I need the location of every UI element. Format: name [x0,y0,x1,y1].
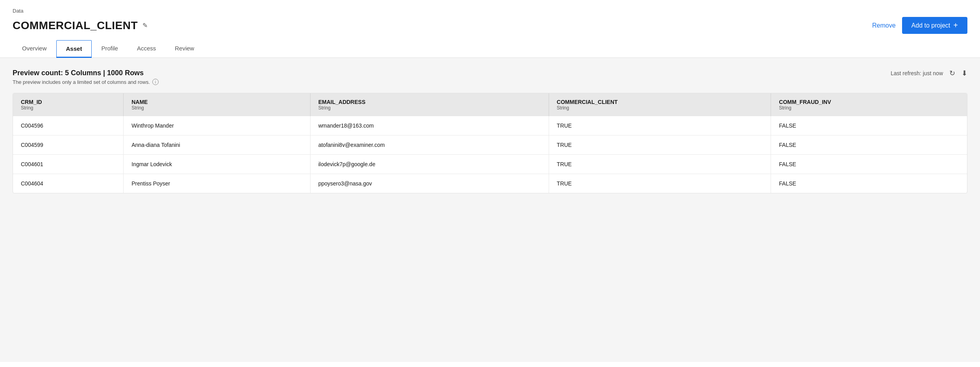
cell-email: atofanini8v@examiner.com [310,135,549,155]
preview-info: Preview count: 5 Columns | 1000 Rows The… [13,69,159,85]
page-title: COMMERCIAL_CLIENT [13,19,138,32]
cell-comm-fraud-inv: FALSE [771,155,967,174]
data-table-container: CRM_ID String NAME String EMAIL_ADDRESS … [13,93,967,193]
table-header-row: CRM_ID String NAME String EMAIL_ADDRESS … [13,93,967,116]
cell-email: ilodevick7p@google.de [310,155,549,174]
last-refresh-label: Last refresh: just now [891,70,943,76]
title-left: COMMERCIAL_CLIENT ✎ [13,19,148,32]
cell-crm-id: C004596 [13,116,124,135]
table-row: C004596 Winthrop Mander wmander18@163.co… [13,116,967,135]
cell-comm-fraud-inv: FALSE [771,174,967,193]
cell-name: Ingmar Lodevick [124,155,310,174]
table-row: C004599 Anna-diana Tofanini atofanini8v@… [13,135,967,155]
title-actions: Remove Add to project + [872,17,967,34]
main-content: Preview count: 5 Columns | 1000 Rows The… [0,58,980,362]
col-header-commercial-client: COMMERCIAL_CLIENT String [549,93,771,116]
add-plus-icon: + [953,21,958,30]
cell-email: ppoysero3@nasa.gov [310,174,549,193]
cell-commercial-client: TRUE [549,155,771,174]
preview-header: Preview count: 5 Columns | 1000 Rows The… [13,69,967,85]
remove-button[interactable]: Remove [872,22,896,29]
preview-count: Preview count: 5 Columns | 1000 Rows [13,69,159,77]
refresh-icon[interactable]: ↻ [949,69,955,78]
cell-name: Prentiss Poyser [124,174,310,193]
cell-email: wmander18@163.com [310,116,549,135]
col-header-comm-fraud-inv: COMM_FRAUD_INV String [771,93,967,116]
col-header-name: NAME String [124,93,310,116]
tab-review[interactable]: Review [165,40,203,58]
add-to-project-button[interactable]: Add to project + [902,17,967,34]
table-row: C004604 Prentiss Poyser ppoysero3@nasa.g… [13,174,967,193]
tab-asset[interactable]: Asset [56,40,92,58]
cell-name: Winthrop Mander [124,116,310,135]
cell-crm-id: C004601 [13,155,124,174]
download-icon[interactable]: ⬇ [962,69,967,78]
tab-access[interactable]: Access [128,40,165,58]
edit-icon[interactable]: ✎ [142,22,148,29]
col-header-crm-id: CRM_ID String [13,93,124,116]
preview-actions: Last refresh: just now ↻ ⬇ [891,69,967,78]
cell-comm-fraud-inv: FALSE [771,135,967,155]
cell-commercial-client: TRUE [549,135,771,155]
cell-comm-fraud-inv: FALSE [771,116,967,135]
tab-profile[interactable]: Profile [92,40,128,58]
cell-crm-id: C004599 [13,135,124,155]
col-header-email: EMAIL_ADDRESS String [310,93,549,116]
cell-name: Anna-diana Tofanini [124,135,310,155]
add-to-project-label: Add to project [912,22,950,29]
cell-commercial-client: TRUE [549,116,771,135]
tabs-bar: Overview Asset Profile Access Review [13,40,967,57]
breadcrumb: Data [13,8,967,14]
title-row: COMMERCIAL_CLIENT ✎ Remove Add to projec… [13,17,967,34]
page-header: Data COMMERCIAL_CLIENT ✎ Remove Add to p… [0,0,980,58]
preview-notice: The preview includes only a limited set … [13,79,159,85]
cell-crm-id: C004604 [13,174,124,193]
table-row: C004601 Ingmar Lodevick ilodevick7p@goog… [13,155,967,174]
info-icon[interactable]: i [152,79,159,85]
tab-overview[interactable]: Overview [13,40,56,58]
data-table: CRM_ID String NAME String EMAIL_ADDRESS … [13,93,967,193]
cell-commercial-client: TRUE [549,174,771,193]
